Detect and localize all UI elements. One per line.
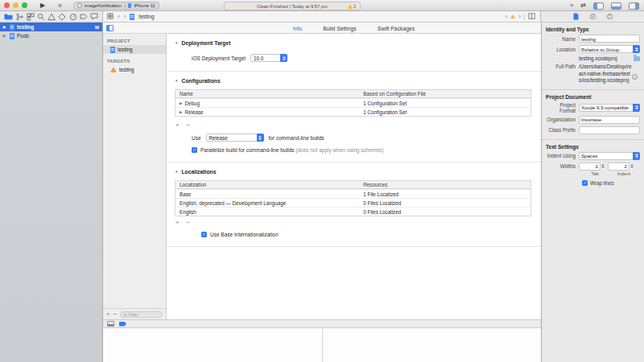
close-button[interactable] [4, 2, 10, 8]
table-row[interactable]: ▶Release 1 Configuration Set [175, 107, 530, 116]
add-target-button[interactable]: + [106, 311, 110, 318]
table-row[interactable]: ▶Debug 1 Configuration Set [175, 98, 530, 107]
debug-navigator-icon[interactable] [69, 13, 77, 21]
dropdown-arrows-icon [633, 152, 640, 160]
stop-button[interactable]: ■ [58, 0, 62, 11]
row-disclosure-icon[interactable]: ▶ [180, 110, 182, 114]
stepper-arrows-icon[interactable] [600, 162, 605, 171]
indent-width-stepper[interactable]: 2 [608, 162, 634, 171]
debug-area-divider[interactable] [322, 328, 323, 362]
command-line-config-dropdown[interactable]: Release [206, 134, 264, 142]
zoom-button[interactable] [22, 2, 27, 8]
name-field[interactable]: testing [579, 35, 640, 43]
report-navigator-icon[interactable] [90, 13, 98, 20]
add-localization-button[interactable]: + [175, 219, 180, 226]
find-navigator-icon[interactable] [37, 13, 45, 21]
localization-resources: 1 File Localized [360, 191, 530, 197]
class-prefix-field[interactable] [579, 126, 640, 134]
next-issue-button[interactable]: › [518, 13, 521, 20]
toggle-projects-list-icon[interactable] [106, 25, 114, 31]
project-navigator-icon[interactable] [4, 13, 13, 20]
column-localization: Localization [175, 182, 360, 187]
test-navigator-icon[interactable] [58, 13, 66, 21]
scheme-icon [77, 3, 82, 8]
toggle-inspector-button[interactable] [629, 2, 639, 10]
breakpoints-toggle-icon[interactable] [119, 322, 126, 327]
source-control-status-badge: M [95, 25, 99, 30]
remove-configuration-button[interactable]: − [187, 121, 191, 129]
jump-bar-file-name[interactable]: testing [138, 14, 154, 19]
disclosure-triangle-icon[interactable]: ▶ [3, 34, 7, 38]
disclosure-triangle-icon[interactable]: ▶ [3, 25, 7, 29]
tab-build-settings[interactable]: Build Settings [323, 26, 357, 31]
projects-targets-list: PROJECT testing TARGETS testing [103, 34, 167, 308]
navigator-item-pods[interactable]: ▶ Pods [0, 31, 102, 40]
quick-help-inspector-icon[interactable]: ? [607, 14, 613, 19]
section-divider [167, 71, 541, 72]
previous-issue-button[interactable]: ‹ [506, 13, 508, 20]
table-row[interactable]: English, deprecated — Development Langua… [175, 198, 530, 207]
issue-navigator-icon[interactable] [47, 13, 56, 21]
stepper-arrows-icon[interactable] [629, 162, 634, 171]
run-button[interactable]: ▶ [40, 0, 45, 11]
row-disclosure-icon[interactable]: ▶ [180, 101, 182, 105]
related-items-icon[interactable] [107, 13, 114, 20]
ios-deployment-target-dropdown[interactable]: 10.0 [250, 54, 287, 62]
tab-info[interactable]: Info [293, 26, 302, 31]
tab-width-stepper[interactable]: 2 [579, 162, 605, 171]
table-row[interactable]: Base 1 File Localized [175, 189, 530, 198]
forward-button[interactable]: › [124, 13, 126, 20]
remove-target-button[interactable]: − [114, 311, 118, 318]
xcode-project-icon [10, 33, 14, 39]
config-name: Release [184, 109, 203, 115]
project-file-name: testing.xcodeproj [579, 56, 617, 61]
warning-badge[interactable]: 2 [348, 4, 356, 9]
ios-deployment-target-label: iOS Deployment Target [192, 56, 246, 61]
organization-field[interactable]: Invertase [579, 116, 640, 124]
dropdown-value: Release [209, 135, 228, 141]
scheme-selector[interactable]: imageNotification ⟩ iPhone 11 [73, 2, 159, 10]
toggle-debug-area-button[interactable] [611, 2, 621, 10]
file-inspector-icon[interactable] [573, 13, 579, 21]
secondary-bar: ‹ › testing ‹ › ? [0, 11, 644, 23]
localizations-table: Localization Resources Base 1 File Local… [175, 180, 531, 216]
section-disclosure-icon[interactable]: ▼ [175, 170, 178, 174]
reveal-arrow-icon[interactable]: → [632, 74, 638, 80]
choose-folder-icon[interactable] [634, 56, 640, 61]
library-button[interactable]: + [570, 0, 574, 11]
section-disclosure-icon[interactable]: ▼ [175, 79, 178, 83]
table-row[interactable]: English 0 Files Localized [175, 207, 530, 216]
location-dropdown[interactable]: Relative to Group [579, 45, 640, 53]
add-configuration-button[interactable]: + [175, 121, 180, 129]
source-control-navigator-icon[interactable] [15, 13, 23, 21]
section-title: Configurations [181, 78, 220, 84]
add-editor-icon[interactable] [528, 13, 535, 20]
breakpoint-navigator-icon[interactable] [80, 13, 88, 20]
code-review-button[interactable]: ⇄ [580, 0, 586, 11]
name-value: testing [581, 36, 596, 42]
indent-using-dropdown[interactable]: Spaces [579, 152, 640, 160]
warning-count: 2 [353, 4, 356, 9]
navigator-item-testing[interactable]: ▶ testing M [0, 23, 102, 31]
project-group-header: PROJECT [107, 39, 166, 43]
parallelize-checkbox[interactable]: ✓ [192, 147, 197, 153]
toggle-navigator-button[interactable] [593, 2, 604, 10]
back-button[interactable]: ‹ [118, 13, 120, 20]
indent-caption: Indent [611, 171, 637, 176]
target-item-testing[interactable]: testing [103, 65, 166, 74]
base-internationalization-checkbox[interactable]: ✓ [201, 232, 207, 237]
project-format-dropdown[interactable]: Xcode 9.3-compatible [579, 104, 640, 112]
full-path-label: Full Path [545, 64, 579, 69]
tab-swift-packages[interactable]: Swift Packages [378, 26, 415, 31]
history-inspector-icon[interactable] [590, 14, 596, 19]
section-disclosure-icon[interactable]: ▼ [175, 41, 178, 45]
filter-field[interactable]: ⊙ Filter [120, 311, 163, 318]
status-text: Clean Finished | Today at 9:57 pm [257, 4, 328, 9]
project-format-value: Xcode 9.3-compatible [581, 105, 629, 110]
project-item-testing[interactable]: testing [103, 45, 166, 54]
minimize-button[interactable] [13, 2, 19, 8]
remove-localization-button[interactable]: − [187, 219, 191, 226]
symbol-navigator-icon[interactable] [27, 13, 35, 21]
hide-debug-area-icon[interactable] [107, 321, 114, 327]
wrap-lines-checkbox[interactable]: ✓ [582, 180, 588, 186]
